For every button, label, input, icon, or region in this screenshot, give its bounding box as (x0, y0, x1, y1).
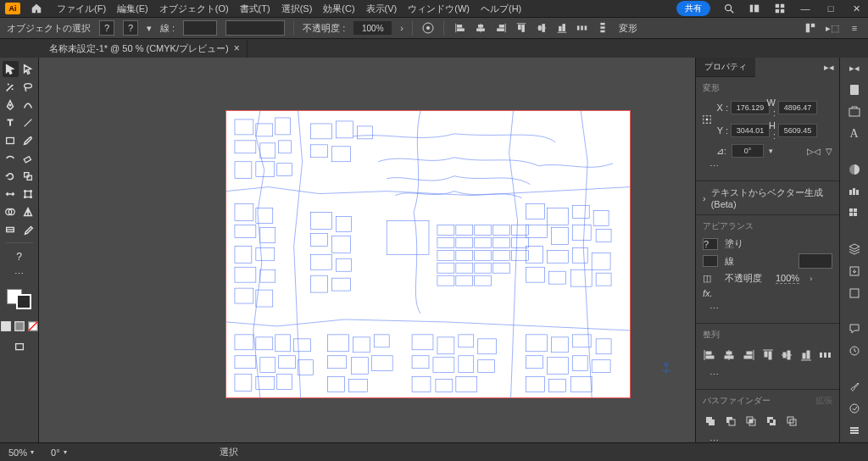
direct-selection-tool[interactable] (20, 61, 36, 77)
magic-wand-tool[interactable] (3, 79, 19, 95)
layers-icon[interactable] (847, 242, 862, 256)
stroke-panel-icon[interactable] (847, 424, 862, 437)
menu-window[interactable]: ウィンドウ(W) (403, 1, 474, 17)
divide-icon[interactable] (784, 414, 799, 429)
search-icon[interactable] (722, 2, 736, 15)
rotate-tool[interactable] (3, 168, 19, 184)
angle-dropdown-icon[interactable]: ▾ (769, 147, 773, 155)
home-icon[interactable] (31, 3, 42, 14)
stroke-swatch[interactable]: ? (123, 20, 138, 36)
align-vcenter-icon[interactable] (780, 347, 794, 363)
tab-close-icon[interactable]: × (234, 42, 240, 54)
flip-v-icon[interactable]: ▽ (826, 147, 832, 156)
align-right-icon[interactable] (493, 20, 509, 36)
align-hcenter-icon[interactable] (722, 347, 737, 363)
close-icon[interactable]: ✕ (849, 2, 863, 15)
intersect-icon[interactable] (743, 414, 759, 429)
align-top-icon[interactable] (514, 20, 529, 36)
appearance-more-icon[interactable]: ⋯ (703, 300, 832, 318)
dist-h-icon[interactable] (575, 20, 590, 36)
opacity-input[interactable] (353, 21, 392, 35)
fill-stroke-swatches[interactable] (2, 287, 36, 313)
chevron-down-icon[interactable]: ▾ (64, 448, 67, 456)
lasso-tool[interactable] (20, 79, 36, 95)
unite-icon[interactable] (703, 414, 718, 429)
transform-label[interactable]: 変形 (619, 22, 637, 35)
artboard[interactable] (225, 110, 631, 398)
workspace-icon[interactable] (773, 2, 787, 15)
eyedropper-tool[interactable] (20, 221, 36, 237)
chevron-right-icon[interactable]: › (810, 275, 812, 283)
fill-swatch[interactable]: ? (703, 238, 718, 250)
fx-label[interactable]: fx. (703, 288, 713, 298)
zoom-value[interactable]: 50% (8, 447, 27, 458)
rectangle-tool[interactable] (3, 132, 19, 148)
rotate-value[interactable]: 0° (51, 447, 60, 458)
h-input[interactable] (778, 124, 817, 137)
align-hcenter-icon[interactable] (473, 20, 488, 36)
menu-type[interactable]: 書式(T) (236, 1, 275, 17)
color-mode[interactable] (0, 318, 12, 334)
menu-effect[interactable]: 効果(C) (319, 1, 359, 17)
shape-builder-tool[interactable] (3, 203, 19, 219)
comments-icon[interactable] (847, 322, 862, 336)
share-button[interactable]: 共有 (676, 1, 710, 16)
anchor-widget-icon[interactable] (659, 361, 673, 375)
document-tab[interactable]: 名称未設定-1* @ 50 % (CMYK/プレビュー) × (42, 40, 248, 58)
stroke-color[interactable] (16, 294, 31, 309)
scale-tool[interactable] (20, 168, 36, 184)
width-tool[interactable] (3, 186, 19, 202)
expand-dock-icon[interactable]: ▸◂ (847, 63, 862, 75)
chevron-down-icon[interactable]: ▾ (31, 448, 34, 456)
align-vcenter-icon[interactable] (534, 20, 549, 36)
line-tool[interactable] (20, 114, 36, 131)
type-tool[interactable] (3, 114, 19, 131)
minus-front-icon[interactable] (723, 414, 738, 429)
gradient-mode[interactable] (14, 318, 25, 334)
asset-export-icon[interactable] (847, 264, 862, 278)
help-tool[interactable]: ? (11, 248, 27, 264)
menu-help[interactable]: ヘルプ(H) (476, 1, 526, 17)
eraser-tool[interactable] (20, 150, 36, 166)
stroke-style-dropdown[interactable] (225, 20, 285, 36)
panel-menu-icon[interactable]: ≡ (848, 21, 861, 35)
maximize-icon[interactable]: □ (824, 2, 837, 15)
text-to-vector-section[interactable]: › テキストからベクター生成 (Beta) (696, 181, 839, 215)
menu-edit[interactable]: 編集(E) (113, 1, 153, 17)
panel-tab-properties[interactable]: プロパティ (696, 58, 755, 77)
panel-collapse-icon[interactable]: ▸◂ (819, 62, 839, 73)
color-panel-icon[interactable] (847, 163, 862, 176)
menu-file[interactable]: ファイル(F) (53, 1, 110, 17)
arrange-icon[interactable] (748, 2, 761, 15)
stroke-swatch[interactable] (703, 255, 718, 267)
menu-select[interactable]: 選択(S) (277, 1, 317, 17)
symbols-icon[interactable] (847, 402, 862, 415)
canvas[interactable] (39, 58, 695, 442)
stroke-weight-input[interactable] (798, 253, 832, 269)
artboards-icon[interactable] (847, 286, 862, 300)
shaper-tool[interactable] (3, 150, 19, 166)
perspective-tool[interactable] (20, 203, 36, 219)
dist-v-icon[interactable] (595, 20, 610, 36)
none-mode[interactable] (27, 318, 39, 334)
swatches-icon[interactable] (847, 207, 862, 220)
align-more-icon[interactable]: ⋯ (703, 366, 832, 384)
exclude-icon[interactable] (764, 414, 779, 429)
paintbrush-tool[interactable] (20, 132, 36, 148)
align-left-icon[interactable] (703, 347, 717, 363)
properties-icon[interactable] (847, 83, 862, 97)
align-right-icon[interactable] (741, 347, 755, 363)
history-icon[interactable] (847, 344, 862, 358)
reference-point-icon[interactable] (703, 115, 711, 124)
essentials-icon[interactable] (804, 21, 817, 35)
edit-toolbar[interactable]: ⋯ (11, 266, 27, 282)
libraries-icon[interactable] (847, 105, 862, 119)
dist-h-icon[interactable] (818, 347, 832, 363)
screen-mode[interactable] (11, 339, 27, 355)
stroke-weight-dropdown[interactable] (183, 20, 217, 36)
gradient-tool[interactable] (3, 221, 19, 237)
align-bottom-icon[interactable] (799, 347, 814, 363)
align-left-icon[interactable] (453, 20, 468, 36)
w-input[interactable] (778, 101, 817, 114)
selection-tool[interactable] (3, 61, 19, 77)
